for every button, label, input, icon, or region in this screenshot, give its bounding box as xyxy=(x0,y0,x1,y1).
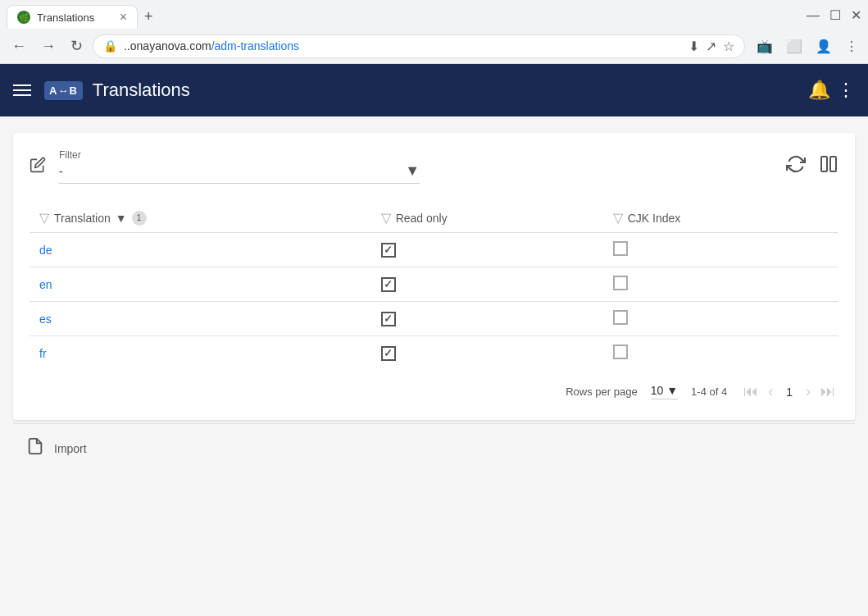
translation-sort-icon[interactable]: ▼ xyxy=(116,212,127,225)
table-row: es xyxy=(30,302,838,336)
import-icon xyxy=(26,437,44,459)
share-icon: ↗ xyxy=(706,39,716,54)
svg-rect-0 xyxy=(821,157,827,171)
app-logo: A↔B xyxy=(44,81,83,100)
import-footer-divider xyxy=(13,423,855,424)
readonly-cell xyxy=(371,302,603,336)
prev-page-button[interactable]: ‹ xyxy=(765,380,776,404)
pagination-row: Rows per page 10 ▼ 1-4 of 4 ⏮ ‹ 1 › ⏭ xyxy=(30,370,838,404)
last-page-button[interactable]: ⏭ xyxy=(817,380,838,404)
cjkindex-cell xyxy=(603,233,838,267)
import-label[interactable]: Import xyxy=(54,442,87,455)
browser-title-bar: 🌿 Translations × + — ☐ ✕ xyxy=(0,0,868,29)
cjkindex-cell xyxy=(603,336,838,371)
readonly-checkbox[interactable] xyxy=(381,277,396,292)
translation-link[interactable]: fr xyxy=(39,347,47,360)
filter-actions xyxy=(786,154,838,179)
app-title: Translations xyxy=(93,80,190,101)
col-header-cjkindex: ▽ CJK Index xyxy=(603,203,838,233)
forward-button[interactable]: → xyxy=(36,34,61,58)
sidebar-icon[interactable]: ⬜ xyxy=(783,35,806,57)
cjkindex-checkbox[interactable] xyxy=(613,276,628,290)
rows-per-page-value: 10 xyxy=(651,384,664,397)
main-content: Filter - ▼ xyxy=(0,116,868,486)
translation-cell: de xyxy=(30,233,371,267)
table-body: deenesfr xyxy=(30,233,838,371)
table-row: fr xyxy=(30,336,838,371)
rows-per-page-select[interactable]: 10 ▼ xyxy=(651,384,678,399)
cjkindex-col-label: CJK Index xyxy=(628,212,681,225)
close-tab-button[interactable]: × xyxy=(120,11,127,24)
readonly-col-label: Read only xyxy=(396,212,448,225)
reload-button[interactable]: ↻ xyxy=(66,34,88,58)
browser-nav-bar: ← → ↻ 🔒 ..onayanova.com/adm-translations… xyxy=(0,29,868,63)
cjkindex-filter-icon[interactable]: ▽ xyxy=(613,210,623,226)
new-tab-button[interactable]: + xyxy=(138,5,160,29)
readonly-cell xyxy=(371,267,603,302)
browser-chrome: 🌿 Translations × + — ☐ ✕ ← → ↻ 🔒 ..onaya… xyxy=(0,0,868,64)
hamburger-line xyxy=(13,84,31,86)
translation-link[interactable]: en xyxy=(39,278,52,291)
menu-icon[interactable]: ⋮ xyxy=(842,35,861,57)
hamburger-button[interactable] xyxy=(13,84,31,96)
cjkindex-cell xyxy=(603,267,838,302)
translation-cell: en xyxy=(30,267,371,302)
lock-icon: 🔒 xyxy=(103,39,117,52)
readonly-cell xyxy=(371,336,603,371)
download-icon: ⬇ xyxy=(688,39,699,54)
first-page-button[interactable]: ⏮ xyxy=(740,380,761,404)
hamburger-line xyxy=(13,94,31,96)
table-row: en xyxy=(30,267,838,302)
filter-dropdown-icon: ▼ xyxy=(405,162,420,180)
close-window-button[interactable]: ✕ xyxy=(851,7,861,23)
col-header-translation: ▽ Translation ▼ 1 xyxy=(30,203,371,233)
table-header: ▽ Translation ▼ 1 ▽ Read only xyxy=(30,203,838,233)
readonly-checkbox[interactable] xyxy=(381,346,396,361)
pagination-controls: ⏮ ‹ 1 › ⏭ xyxy=(740,380,838,404)
refresh-button[interactable] xyxy=(786,154,806,179)
main-card: Filter - ▼ xyxy=(13,133,855,420)
filter-select[interactable]: - ▼ xyxy=(59,162,420,184)
cast-icon[interactable]: 📺 xyxy=(753,35,776,57)
rows-per-page-dropdown-icon: ▼ xyxy=(666,384,678,397)
browser-tab[interactable]: 🌿 Translations × xyxy=(7,5,138,29)
import-footer: Import xyxy=(13,427,855,469)
translation-cell: fr xyxy=(30,336,371,371)
readonly-checkbox[interactable] xyxy=(381,312,396,326)
cjkindex-cell xyxy=(603,302,838,336)
columns-button[interactable] xyxy=(819,154,838,179)
filter-label: Filter xyxy=(59,149,420,161)
readonly-filter-icon[interactable]: ▽ xyxy=(381,210,391,226)
translation-filter-icon[interactable]: ▽ xyxy=(39,210,49,226)
cjkindex-checkbox[interactable] xyxy=(613,310,628,325)
rows-per-page-label: Rows per page xyxy=(566,386,637,398)
filter-row: Filter - ▼ xyxy=(30,149,838,184)
translation-cell: es xyxy=(30,302,371,336)
app-header: A↔B Translations 🔔 ⋮ xyxy=(0,64,868,116)
translation-sort-badge: 1 xyxy=(132,211,147,226)
table-header-row: ▽ Translation ▼ 1 ▽ Read only xyxy=(30,203,838,233)
browser-tab-favicon: 🌿 xyxy=(17,11,30,24)
cjkindex-checkbox[interactable] xyxy=(613,345,628,359)
pagination-info: 1-4 of 4 xyxy=(691,386,727,398)
readonly-cell xyxy=(371,233,603,267)
nav-icons: 📺 ⬜ 👤 ⋮ xyxy=(753,35,861,57)
more-options-button[interactable]: ⋮ xyxy=(837,80,855,101)
cjkindex-checkbox[interactable] xyxy=(613,241,628,256)
readonly-checkbox[interactable] xyxy=(381,243,396,258)
current-page: 1 xyxy=(779,382,799,402)
filter-value: - xyxy=(59,165,405,178)
translation-col-label: Translation xyxy=(54,212,111,225)
restore-button[interactable]: ☐ xyxy=(829,7,841,23)
filter-edit-button[interactable] xyxy=(30,157,46,177)
browser-tab-title: Translations xyxy=(37,11,113,24)
notification-bell-button[interactable]: 🔔 xyxy=(808,80,830,101)
address-bar[interactable]: 🔒 ..onayanova.com/adm-translations ⬇ ↗ ☆ xyxy=(93,34,745,58)
profile-icon[interactable]: 👤 xyxy=(812,35,835,57)
back-button[interactable]: ← xyxy=(7,34,31,58)
minimize-button[interactable]: — xyxy=(807,7,820,23)
translation-link[interactable]: de xyxy=(39,244,52,257)
next-page-button[interactable]: › xyxy=(802,380,814,404)
translation-link[interactable]: es xyxy=(39,313,52,326)
col-header-readonly: ▽ Read only xyxy=(371,203,603,233)
